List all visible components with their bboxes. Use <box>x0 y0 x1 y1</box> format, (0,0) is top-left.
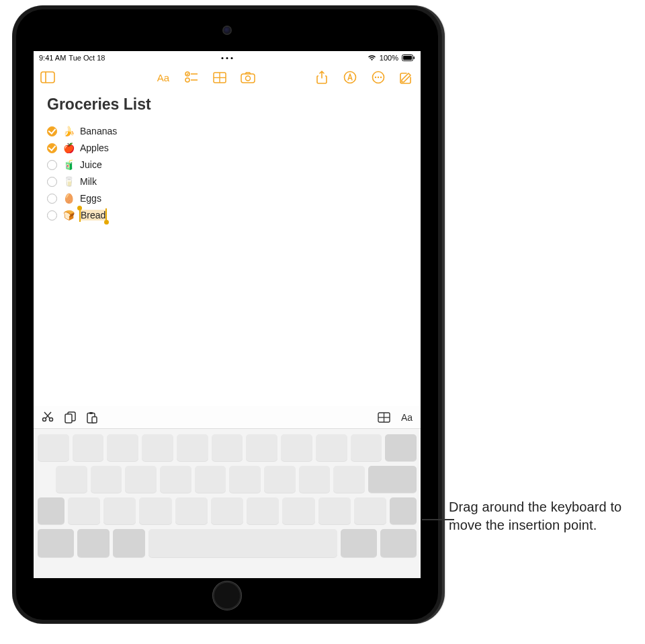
item-text[interactable]: Bananas <box>80 126 117 136</box>
svg-line-22 <box>46 412 51 418</box>
item-emoji: 🍎 <box>62 143 75 153</box>
selection-handle-start[interactable] <box>77 206 82 210</box>
svg-point-18 <box>380 77 382 78</box>
checklist-item[interactable]: 🥛Milk <box>47 173 407 190</box>
front-camera <box>224 27 230 34</box>
home-button[interactable] <box>212 581 242 610</box>
item-emoji: 🥚 <box>62 193 75 204</box>
keyboard-table-icon[interactable] <box>378 412 390 423</box>
checklist: 🍌Bananas🍎Apples🧃Juice🥛Milk🥚Eggs🍞Bread <box>47 123 407 223</box>
svg-rect-27 <box>92 417 97 423</box>
item-emoji: 🥛 <box>62 176 75 187</box>
checklist-checkbox[interactable] <box>47 177 57 187</box>
cut-icon[interactable] <box>42 411 54 424</box>
markup-icon[interactable] <box>343 71 357 84</box>
copy-icon[interactable] <box>64 411 76 424</box>
item-emoji: 🍞 <box>62 210 75 220</box>
wifi-icon <box>368 54 376 61</box>
checklist-item[interactable]: 🍎Apples <box>47 140 407 156</box>
battery-icon <box>402 54 415 61</box>
checklist-checkbox[interactable] <box>47 210 57 220</box>
item-emoji: 🍌 <box>62 126 75 136</box>
checklist-item[interactable]: 🥚Eggs <box>47 190 407 206</box>
selection-handle-end[interactable] <box>104 220 109 225</box>
item-text[interactable]: Eggs <box>80 193 101 204</box>
ipad-frame: 9:41 AM Tue Oct 18 100% <box>12 5 442 624</box>
checklist-item[interactable]: 🧃Juice <box>47 157 407 173</box>
share-icon[interactable] <box>314 71 329 84</box>
sidebar-toggle-icon[interactable] <box>40 71 55 84</box>
checklist-checkbox[interactable] <box>47 126 57 136</box>
keyboard-format-icon[interactable]: Aa <box>401 412 413 423</box>
compose-icon[interactable] <box>399 71 414 84</box>
more-icon[interactable] <box>371 71 386 84</box>
checklist-checkbox[interactable] <box>47 194 57 204</box>
camera-icon[interactable] <box>241 71 255 84</box>
svg-rect-24 <box>65 414 72 423</box>
svg-rect-1 <box>403 56 412 60</box>
note-title[interactable]: Groceries List <box>47 95 407 114</box>
svg-rect-26 <box>89 412 93 414</box>
item-text[interactable]: Milk <box>80 176 97 187</box>
svg-point-13 <box>246 76 251 81</box>
keyboard-keys[interactable] <box>34 429 421 566</box>
callout-text: Drag around the keyboard to move the ins… <box>449 498 627 534</box>
ipad-bezel: 9:41 AM Tue Oct 18 100% <box>16 9 438 620</box>
status-bar: 9:41 AM Tue Oct 18 100% <box>34 51 421 65</box>
screen: 9:41 AM Tue Oct 18 100% <box>34 51 421 578</box>
text-selection[interactable]: Bread <box>80 210 106 220</box>
svg-rect-3 <box>41 72 54 83</box>
status-time: 9:41 AM <box>39 54 66 62</box>
item-emoji: 🧃 <box>62 159 75 170</box>
keyboard-toolbar: Aa <box>34 406 421 429</box>
checklist-item[interactable]: 🍌Bananas <box>47 123 407 139</box>
checklist-checkbox[interactable] <box>47 143 57 153</box>
item-text[interactable]: Bread <box>80 210 106 220</box>
svg-point-17 <box>378 77 379 78</box>
checklist-checkbox[interactable] <box>47 160 57 170</box>
checklist-icon[interactable] <box>184 71 199 84</box>
multitask-dots[interactable] <box>222 57 233 59</box>
format-icon[interactable]: Aa <box>156 71 171 84</box>
checklist-item[interactable]: 🍞Bread <box>47 207 407 223</box>
svg-rect-12 <box>241 74 255 83</box>
svg-line-23 <box>44 412 50 418</box>
battery-percent: 100% <box>380 54 398 62</box>
note-content-area[interactable]: Groceries List 🍌Bananas🍎Apples🧃Juice🥛Mil… <box>34 90 421 229</box>
app-toolbar: Aa <box>34 65 421 90</box>
keyboard-trackpad-mode[interactable]: Aa <box>34 406 421 578</box>
svg-point-16 <box>375 77 376 78</box>
callout: Drag around the keyboard to move the ins… <box>449 498 627 534</box>
svg-rect-2 <box>414 56 415 59</box>
item-text[interactable]: Juice <box>80 159 102 170</box>
status-date: Tue Oct 18 <box>69 54 105 62</box>
table-icon[interactable] <box>212 71 227 84</box>
item-text[interactable]: Apples <box>80 143 109 153</box>
svg-point-14 <box>345 72 356 83</box>
paste-icon[interactable] <box>87 411 97 424</box>
svg-point-7 <box>185 78 189 82</box>
